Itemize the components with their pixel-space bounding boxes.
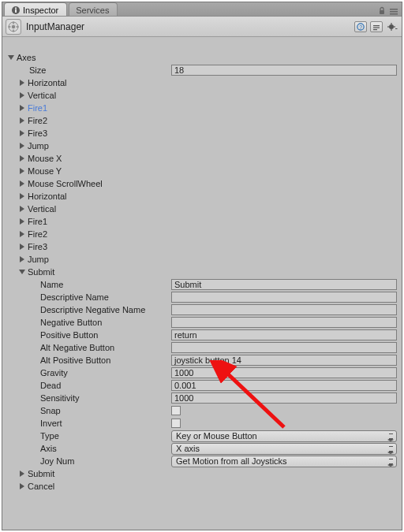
axis-item-label: Mouse X [28, 154, 62, 163]
axis-item[interactable]: Mouse Y [2, 165, 402, 177]
property-input[interactable] [171, 392, 397, 404]
axis-item-submit[interactable]: Submit [2, 266, 402, 278]
property-label: Descriptive Name [40, 292, 109, 302]
svg-point-8 [12, 24, 15, 28]
axis-item[interactable]: Horizontal [2, 190, 402, 203]
property-dropdown[interactable]: Get Motion from all Joysticks◂▸ [171, 456, 397, 467]
foldout-arrow-right-icon [18, 142, 26, 150]
axis-item-label: Fire3 [28, 242, 47, 251]
axis-item-label: Horizontal [28, 192, 67, 201]
svg-rect-19 [391, 23, 391, 24]
property-label: Positive Button [40, 330, 98, 340]
svg-marker-27 [20, 105, 24, 111]
axis-item[interactable]: Jump [2, 140, 402, 152]
tab-services[interactable]: Services [69, 2, 118, 16]
help-button[interactable]: ? [354, 21, 367, 32]
foldout-arrow-right-icon [18, 79, 26, 87]
svg-marker-40 [19, 270, 25, 274]
property-label: Sensitivity [40, 393, 80, 403]
property-row: Invert [2, 417, 402, 430]
axis-item-label: Fire3 [28, 128, 47, 138]
axis-item-label: Fire1 [28, 103, 47, 113]
property-label: Alt Positive Button [40, 355, 110, 365]
svg-marker-37 [20, 231, 24, 237]
foldout-arrow-right-icon [18, 167, 26, 175]
svg-marker-34 [20, 193, 24, 199]
svg-rect-22 [394, 26, 395, 27]
axis-item[interactable]: Mouse ScrollWheel [2, 177, 402, 190]
axis-item[interactable]: Vertical [2, 89, 402, 102]
inspector-body: Axes Size HorizontalVerticalFire1Fire2Fi… [2, 37, 402, 530]
foldout-arrow-right-icon [18, 129, 26, 137]
inspector-window: Inspector Services InputManager ? [2, 2, 402, 530]
property-dropdown[interactable]: Key or Mouse Button◂▸ [171, 430, 397, 442]
property-checkbox[interactable] [171, 419, 181, 428]
tab-inspector[interactable]: Inspector [4, 2, 67, 16]
svg-rect-1 [15, 9, 17, 13]
lock-icon[interactable] [377, 6, 387, 16]
axis-item[interactable]: Mouse X [2, 152, 402, 165]
axis-item-label: Fire1 [28, 217, 47, 226]
property-input[interactable] [171, 304, 397, 315]
foldout-arrow-right-icon [18, 470, 26, 478]
svg-rect-3 [380, 10, 384, 14]
svg-marker-42 [20, 483, 24, 489]
property-input[interactable] [171, 292, 397, 303]
axis-item[interactable]: Fire1 [2, 102, 402, 114]
svg-marker-38 [20, 244, 24, 250]
dropdown-value: Get Motion from all Joysticks [176, 456, 287, 466]
property-input[interactable] [171, 367, 397, 378]
svg-marker-35 [20, 206, 24, 212]
property-label: Axis [40, 444, 57, 453]
property-row: Descriptive Name [2, 291, 402, 303]
property-row: Snap [2, 404, 402, 417]
axis-item-label: Submit [28, 267, 54, 277]
property-label: Joy Num [40, 456, 74, 466]
property-row: Negative Button [2, 316, 402, 329]
property-input[interactable] [171, 279, 397, 290]
property-label: Descriptive Negative Name [40, 305, 145, 314]
size-input[interactable] [171, 65, 397, 76]
foldout-arrow-down-icon [18, 268, 26, 276]
axis-item[interactable]: Jump [2, 253, 402, 266]
svg-marker-31 [20, 155, 24, 162]
axis-item[interactable]: Fire2 [2, 114, 402, 127]
property-input[interactable] [171, 317, 397, 328]
property-label: Invert [40, 419, 62, 428]
settings-asset-icon [6, 19, 21, 35]
axis-item[interactable]: Submit [2, 467, 402, 480]
axis-item[interactable]: Fire3 [2, 240, 402, 253]
svg-rect-23 [395, 28, 398, 29]
property-input[interactable] [171, 342, 397, 353]
axis-item-label: Submit [28, 469, 54, 478]
property-input[interactable] [171, 380, 397, 391]
axis-item[interactable]: Fire3 [2, 127, 402, 140]
axis-item[interactable]: Fire1 [2, 215, 402, 228]
svg-rect-2 [15, 8, 17, 9]
axis-item[interactable]: Fire2 [2, 228, 402, 240]
property-label: Gravity [40, 368, 68, 378]
axis-item-label: Vertical [28, 204, 56, 214]
property-row: Sensitivity [2, 392, 402, 404]
svg-point-18 [389, 24, 394, 29]
panel-menu-icon[interactable] [389, 6, 398, 16]
property-label: Type [40, 431, 59, 441]
axis-item-label: Jump [28, 141, 49, 151]
property-label: Name [40, 280, 63, 289]
svg-marker-26 [20, 92, 24, 99]
axis-item[interactable]: Cancel [2, 480, 402, 493]
context-gear-button[interactable] [386, 21, 398, 32]
foldout-arrow-right-icon [18, 230, 26, 238]
axis-item-label: Fire2 [28, 116, 47, 125]
property-input[interactable] [171, 355, 397, 366]
axes-foldout[interactable]: Axes [2, 51, 402, 64]
property-input[interactable] [171, 329, 397, 340]
property-checkbox[interactable] [171, 406, 181, 415]
property-dropdown[interactable]: X axis◂▸ [171, 443, 397, 455]
axis-item[interactable]: Vertical [2, 203, 402, 215]
property-row: Positive Button [2, 329, 402, 341]
preset-button[interactable] [370, 21, 383, 32]
svg-marker-36 [20, 218, 24, 225]
axis-item-label: Vertical [28, 91, 56, 100]
axis-item[interactable]: Horizontal [2, 76, 402, 89]
